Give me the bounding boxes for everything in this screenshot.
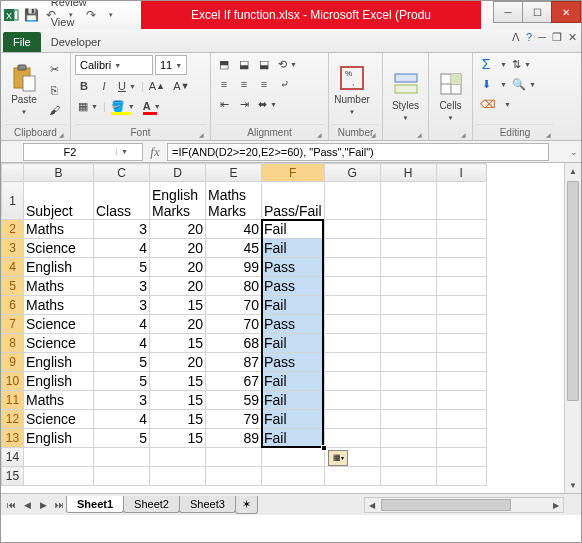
row-header-8[interactable]: 8 (2, 334, 24, 353)
cell-D12[interactable]: 15 (150, 410, 206, 429)
cell-F6[interactable]: Fail (262, 296, 325, 315)
decrease-font-icon[interactable]: A▼ (170, 77, 192, 95)
cell-B8[interactable]: Science (24, 334, 94, 353)
font-color-button[interactable]: A▼ (140, 97, 164, 115)
row-header-13[interactable]: 13 (2, 429, 24, 448)
decrease-indent-icon[interactable]: ⇤ (215, 95, 233, 113)
cell-I11[interactable] (436, 391, 486, 410)
cell-G12[interactable] (324, 410, 380, 429)
cell-F7[interactable]: Pass (262, 315, 325, 334)
sheet-tab-sheet2[interactable]: Sheet2 (123, 496, 180, 513)
cell-D9[interactable]: 20 (150, 353, 206, 372)
font-name-dropdown[interactable]: Calibri▼ (75, 55, 153, 75)
find-select-icon[interactable]: 🔍▼ (509, 75, 539, 93)
italic-button[interactable]: I (95, 77, 113, 95)
cell-F1[interactable]: Pass/Fail (262, 182, 325, 220)
prev-sheet-icon[interactable]: ◀ (19, 497, 35, 513)
cell-H5[interactable] (380, 277, 436, 296)
horizontal-scrollbar[interactable]: ◀▶ (364, 497, 564, 513)
cell-G7[interactable] (324, 315, 380, 334)
cell-E13[interactable]: 89 (206, 429, 262, 448)
cell-F4[interactable]: Pass (262, 258, 325, 277)
tab-review[interactable]: Review (43, 0, 121, 12)
cell-D5[interactable]: 20 (150, 277, 206, 296)
align-left-icon[interactable]: ≡ (215, 75, 233, 93)
file-tab[interactable]: File (3, 32, 41, 52)
cell-C11[interactable]: 3 (94, 391, 150, 410)
first-sheet-icon[interactable]: ⏮ (3, 497, 19, 513)
cell-B11[interactable]: Maths (24, 391, 94, 410)
row-header-15[interactable]: 15 (2, 467, 24, 486)
align-right-icon[interactable]: ≡ (255, 75, 273, 93)
cell-I8[interactable] (436, 334, 486, 353)
cell-E14[interactable] (206, 448, 262, 467)
cell-G9[interactable] (324, 353, 380, 372)
cell-E12[interactable]: 79 (206, 410, 262, 429)
cell-F3[interactable]: Fail (262, 239, 325, 258)
cell-B3[interactable]: Science (24, 239, 94, 258)
cell-I6[interactable] (436, 296, 486, 315)
cell-I5[interactable] (436, 277, 486, 296)
cell-G8[interactable] (324, 334, 380, 353)
doc-close-icon[interactable]: ✕ (568, 31, 577, 44)
cell-D2[interactable]: 20 (150, 220, 206, 239)
cell-E11[interactable]: 59 (206, 391, 262, 410)
cell-E2[interactable]: 40 (206, 220, 262, 239)
cell-E6[interactable]: 70 (206, 296, 262, 315)
cell-G5[interactable] (324, 277, 380, 296)
cell-G10[interactable] (324, 372, 380, 391)
cell-F5[interactable]: Pass (262, 277, 325, 296)
orientation-icon[interactable]: ⟲▼ (275, 55, 300, 73)
cell-C7[interactable]: 4 (94, 315, 150, 334)
cells-button[interactable]: Cells▼ (433, 70, 468, 122)
cell-E15[interactable] (206, 467, 262, 486)
autofill-options-icon[interactable]: ▦▾ (328, 450, 348, 466)
cell-I14[interactable] (436, 448, 486, 467)
cell-H11[interactable] (380, 391, 436, 410)
cell-D7[interactable]: 20 (150, 315, 206, 334)
sheet-tab-sheet1[interactable]: Sheet1 (66, 496, 124, 513)
cell-C8[interactable]: 4 (94, 334, 150, 353)
name-box[interactable]: ▼ (23, 143, 143, 161)
cell-I15[interactable] (436, 467, 486, 486)
cell-E4[interactable]: 99 (206, 258, 262, 277)
row-header-4[interactable]: 4 (2, 258, 24, 277)
cell-E1[interactable]: Maths Marks (206, 182, 262, 220)
column-header-B[interactable]: B (24, 164, 94, 182)
cell-B10[interactable]: English (24, 372, 94, 391)
cell-H10[interactable] (380, 372, 436, 391)
cell-B7[interactable]: Science (24, 315, 94, 334)
cell-G15[interactable] (324, 467, 380, 486)
cell-H14[interactable] (380, 448, 436, 467)
worksheet-grid[interactable]: BCDEFGHI1SubjectClassEnglish MarksMaths … (1, 163, 581, 493)
select-all-corner[interactable] (2, 164, 24, 182)
cell-H12[interactable] (380, 410, 436, 429)
cell-D10[interactable]: 15 (150, 372, 206, 391)
expand-formula-bar-icon[interactable]: ⌄ (567, 147, 581, 157)
clear-icon[interactable]: ⌫ (477, 95, 499, 113)
last-sheet-icon[interactable]: ⏭ (51, 497, 67, 513)
cell-H13[interactable] (380, 429, 436, 448)
cell-F14[interactable] (262, 448, 325, 467)
cell-D6[interactable]: 15 (150, 296, 206, 315)
cell-F2[interactable]: Fail (262, 220, 325, 239)
cell-G4[interactable] (324, 258, 380, 277)
cell-E5[interactable]: 80 (206, 277, 262, 296)
cell-B9[interactable]: English (24, 353, 94, 372)
fx-icon[interactable]: fx (143, 144, 167, 160)
cell-G2[interactable] (324, 220, 380, 239)
tab-developer[interactable]: Developer (43, 32, 121, 52)
cell-E8[interactable]: 68 (206, 334, 262, 353)
cell-E3[interactable]: 45 (206, 239, 262, 258)
row-header-12[interactable]: 12 (2, 410, 24, 429)
vertical-scrollbar[interactable]: ▲ ▼ (564, 163, 581, 493)
cell-D14[interactable] (150, 448, 206, 467)
cell-G1[interactable] (324, 182, 380, 220)
autosum-icon[interactable]: Σ (477, 55, 495, 73)
cell-D3[interactable]: 20 (150, 239, 206, 258)
doc-restore-icon[interactable]: ❐ (552, 31, 562, 44)
row-header-2[interactable]: 2 (2, 220, 24, 239)
row-header-10[interactable]: 10 (2, 372, 24, 391)
column-header-C[interactable]: C (94, 164, 150, 182)
increase-font-icon[interactable]: A▲ (146, 77, 168, 95)
